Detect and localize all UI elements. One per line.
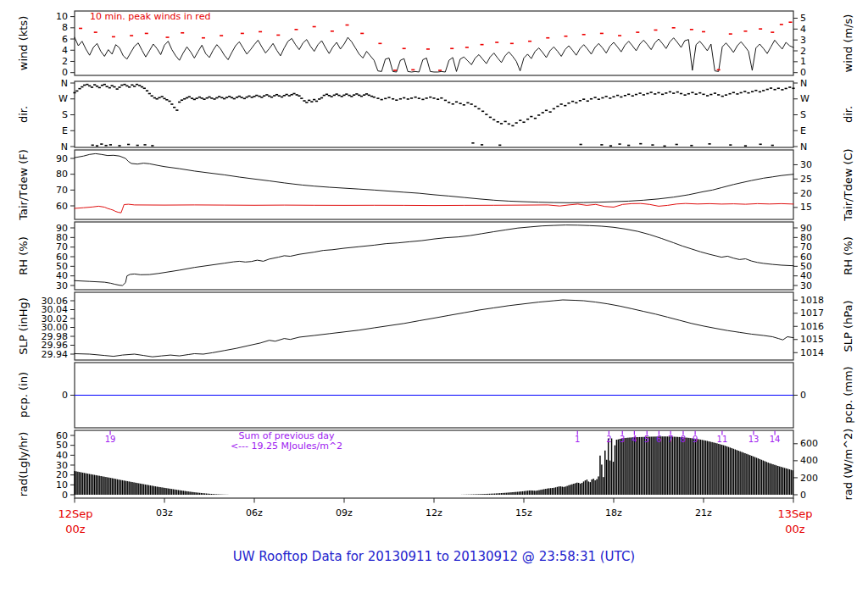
radiation-bar [84,473,85,495]
radiation-bar [548,488,549,495]
rad-sum-note-line2: <--- 19.25 MJoules/m^2 [231,441,342,452]
radiation-bar [479,494,480,495]
radiation-bar [632,437,633,495]
y-tick-label: W [58,93,68,104]
wind-direction-point [665,92,667,94]
radiation-bar [622,438,623,495]
wind-direction-point [743,91,746,92]
wind-direction-point [781,89,783,91]
wind-direction-point [258,96,260,97]
wind-direction-point [296,94,298,96]
wind-direction-point [348,95,350,97]
radiation-bar [758,458,759,495]
radiation-bar [86,474,86,495]
radiation-bar [772,464,773,495]
wind-direction-point [156,98,159,100]
wind-peak-mark [112,36,115,38]
radiation-bar [520,491,521,495]
y-tick-label: W [800,93,810,104]
wind-direction-point [635,94,637,96]
mj-marker-label: 2 [606,435,611,444]
radiation-bar [585,480,586,495]
radiation-bar [138,483,139,495]
radiation-bar [580,484,581,495]
radiation-bar [679,437,680,495]
wind-direction-point [218,96,220,97]
radiation-bar [626,438,626,495]
radiation-bar [509,492,509,495]
radiation-bar [641,437,642,495]
radiation-bar [560,486,561,495]
wind-direction-point [426,97,428,99]
wind-direction-point [669,91,671,93]
wind-direction-point [106,86,108,87]
wind-peak-mark [313,26,316,28]
wind-direction-point [466,103,469,104]
radiation-bar [492,494,493,495]
radiation-bar [496,493,497,495]
wind-peak-mark [426,48,430,50]
wind-peak-mark [145,33,148,35]
radiation-bar [164,488,165,495]
y-tick-label: 400 [800,455,818,466]
y-tick-label: 80 [56,169,68,180]
radiation-bar [215,494,216,495]
radiation-bar [119,479,120,495]
wind-direction-point [143,144,146,146]
wind-direction-point [163,98,165,100]
y-tick-label: 1017 [800,308,824,319]
rad-right-axis-title: rad (W/m^2) [842,429,854,501]
radiation-bar [763,461,764,495]
radiation-bar [199,493,200,495]
wind-direction-point [754,90,757,91]
wind-direction-point [243,98,246,100]
radiation-bar [562,486,563,495]
radiation-bar [475,494,476,495]
radiation-bar [481,494,481,495]
y-tick-label: 5 [800,13,806,24]
radiation-bar [533,490,534,495]
radiation-bar [639,437,640,495]
wind-direction-point [410,97,413,99]
mj-marker-label: 7 [668,435,673,444]
wind-direction-point [158,97,160,98]
wind-direction-point [609,145,612,147]
wind-direction-point [530,116,532,118]
radiation-bar [519,491,520,495]
radiation-bar [145,485,146,495]
wind-direction-point [627,94,630,96]
wind-direction-point [609,97,611,99]
wind-direction-point [687,93,690,95]
wind-direction-point [333,95,336,97]
radiation-bar [155,486,156,495]
wind-peak-mark [465,47,469,48]
radiation-bar [77,472,78,495]
rh-panel-frame [75,222,793,290]
wind-direction-point [627,145,630,147]
radiation-bar [196,492,197,495]
wind-direction-point [556,106,559,108]
radiation-bar [136,483,137,495]
radiation-bar [158,487,159,495]
wind-direction-point [492,119,495,121]
wind-direction-point [109,144,112,146]
radiation-bar [571,485,572,495]
wind-direction-point [498,145,501,147]
wind-direction-point [580,144,582,146]
wind-direction-point [676,144,678,146]
y-tick-label: 0 [800,390,806,401]
wind-direction-point [273,95,275,97]
radiation-bar [501,493,502,495]
mj-marker-label: 14 [770,435,781,444]
wind-direction-point [193,99,196,101]
wind-direction-point [455,101,458,103]
wind-direction-point [305,102,308,103]
radiation-bar [82,473,83,495]
radiation-bar [491,494,492,495]
wind-peak-mark [130,35,133,36]
wind-direction-point [403,97,405,99]
wind-direction-point [732,91,735,93]
wind-peak-mark [495,42,498,43]
radiation-bar [606,460,607,495]
wind-direction-point [526,119,529,120]
